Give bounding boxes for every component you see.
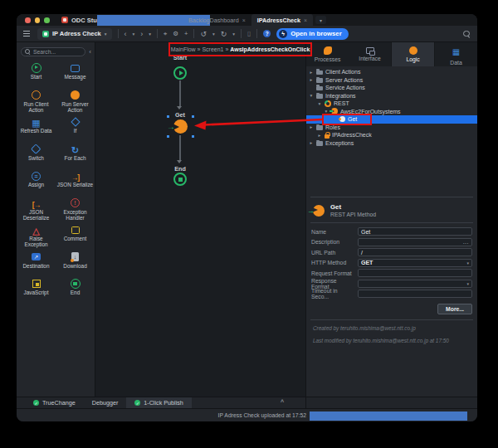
timeout-field[interactable] bbox=[358, 290, 472, 298]
toolbox-item-message[interactable]: Message bbox=[56, 62, 95, 90]
tab-debugger[interactable]: Debugger bbox=[84, 397, 127, 408]
toolbox-item-run-client-action[interactable]: Run Client Action bbox=[17, 90, 56, 117]
search-icon[interactable] bbox=[462, 30, 471, 38]
separator bbox=[118, 29, 119, 38]
http-method-select[interactable]: GET▾ bbox=[358, 259, 472, 267]
get-node[interactable]: → bbox=[173, 119, 188, 134]
zoom-window-button[interactable] bbox=[44, 17, 50, 23]
tab-processes[interactable]: Processes bbox=[306, 42, 349, 66]
chevron-up-icon[interactable]: ^ bbox=[281, 399, 284, 405]
expand-icon[interactable]: ▸ bbox=[317, 133, 322, 138]
toolbox-item-run-server-action[interactable]: Run Server Action bbox=[56, 90, 95, 117]
tree-item-awsec2foroutsystems[interactable]: ▾AwsEc2ForOutsystems bbox=[306, 108, 477, 116]
data-icon bbox=[452, 43, 460, 58]
tab-interface[interactable]: Interface bbox=[349, 42, 391, 66]
end-node[interactable] bbox=[173, 173, 187, 186]
toolbox-item-javascript[interactable]: JavaScript bbox=[17, 278, 56, 305]
gear-icon[interactable]: ⚙ bbox=[173, 30, 178, 38]
toolbox-item-destination[interactable]: Destination bbox=[17, 251, 56, 279]
collapse-icon[interactable]: ▾ bbox=[309, 93, 314, 98]
pin-icon[interactable]: ⌖ bbox=[164, 30, 167, 38]
close-tab-icon[interactable]: × bbox=[242, 17, 246, 23]
collapse-sidebar-icon[interactable]: ‹ bbox=[89, 48, 91, 56]
menu-icon[interactable] bbox=[23, 30, 32, 38]
toolbox-item-end[interactable]: End bbox=[56, 278, 95, 305]
help-icon[interactable]: ? bbox=[263, 30, 271, 37]
forward-history-dropdown[interactable]: ▾ bbox=[149, 32, 151, 37]
tree-item-ipadresscheck[interactable]: ▸IPAdressCheck bbox=[306, 131, 477, 139]
tree-item-service-actions[interactable]: Service Actions bbox=[306, 84, 477, 92]
tree-item-server-actions[interactable]: ▸Server Actions bbox=[306, 76, 477, 85]
folder-icon bbox=[316, 125, 323, 130]
tree-item-label: Get bbox=[348, 116, 357, 122]
close-window-button[interactable] bbox=[25, 17, 31, 23]
tab-data[interactable]: Data bbox=[435, 42, 477, 66]
status-bar: IP Adress Check uploaded at 17:52 bbox=[17, 408, 477, 421]
tree-item-exceptions[interactable]: ▸Exceptions bbox=[306, 139, 477, 148]
undo-history-dropdown[interactable]: ▾ bbox=[212, 32, 215, 37]
toolbox-item-comment[interactable]: Comment bbox=[56, 224, 95, 251]
toolbox-search-input[interactable]: Search... bbox=[21, 47, 85, 56]
tree-item-rest[interactable]: ▾REST bbox=[306, 100, 477, 108]
tree-item-get[interactable]: Get bbox=[306, 115, 477, 124]
doc-tab-ipadresscheck[interactable]: IPAdressCheck × bbox=[251, 14, 313, 26]
separator bbox=[157, 29, 158, 38]
url-path-field[interactable]: / bbox=[358, 248, 472, 256]
ellipsis-icon[interactable]: ... bbox=[463, 239, 469, 245]
expand-icon[interactable]: ▸ bbox=[309, 70, 314, 75]
toolbox-item-exception-handler[interactable]: Exception Handler bbox=[56, 197, 95, 225]
toolbox-item-if[interactable]: If bbox=[56, 116, 95, 144]
toolbox-item-start[interactable]: Start bbox=[17, 62, 56, 90]
tree-item-client-actions[interactable]: ▸Client Actions bbox=[306, 68, 477, 76]
flow-canvas[interactable]: MainFlow » Screen1 » AwsIpAddressCheckOn… bbox=[95, 42, 305, 397]
forward-button[interactable]: › bbox=[140, 30, 143, 38]
back-history-dropdown[interactable]: ▾ bbox=[133, 32, 135, 37]
expand-icon[interactable]: ▸ bbox=[309, 124, 314, 129]
undo-icon[interactable]: ↺ bbox=[200, 30, 207, 38]
tab-list-dropdown[interactable]: ▾ bbox=[315, 16, 326, 24]
tab-logic[interactable]: Logic bbox=[391, 42, 435, 66]
tree-item-roles[interactable]: ▸Roles bbox=[306, 124, 477, 132]
chevron-down-icon: ▾ bbox=[466, 261, 469, 265]
description-field[interactable]: ... bbox=[358, 238, 472, 246]
tab-truechange[interactable]: ✓ TrueChange bbox=[25, 397, 84, 408]
collapse-icon[interactable]: ▾ bbox=[324, 109, 329, 114]
close-tab-icon[interactable]: × bbox=[304, 17, 307, 23]
redo-history-dropdown[interactable]: ▾ bbox=[232, 32, 235, 37]
module-selector[interactable]: IP Adress Check ▾ bbox=[37, 28, 112, 40]
back-button[interactable]: ‹ bbox=[124, 30, 127, 38]
toolbox-item-download[interactable]: Download bbox=[56, 251, 95, 279]
name-field[interactable]: Get bbox=[358, 227, 472, 236]
expand-icon[interactable]: ▸ bbox=[309, 140, 314, 145]
collapse-icon[interactable]: ▾ bbox=[317, 101, 322, 106]
tab-1-click-publish[interactable]: ✓ 1-Click Publish bbox=[126, 397, 192, 408]
response-format-select[interactable]: ▾ bbox=[358, 280, 472, 288]
request-format-field[interactable] bbox=[358, 269, 472, 277]
open-in-browser-label: Open in browser bbox=[290, 30, 342, 37]
toolbox-item-refresh-data[interactable]: Refresh Data bbox=[17, 116, 56, 144]
toolbox-item-json-deserialize[interactable]: JSON Deserialize bbox=[17, 197, 56, 225]
redo-icon[interactable]: ↻ bbox=[221, 30, 227, 38]
toolbox-item-for-each[interactable]: For Each bbox=[56, 144, 95, 171]
minimize-window-button[interactable] bbox=[35, 17, 41, 23]
tree-item-label: AwsEc2ForOutsystems bbox=[340, 109, 401, 114]
doc-tab-backlogdashboard[interactable]: BacklogDashboard × bbox=[183, 14, 251, 26]
expand-icon[interactable]: ▸ bbox=[309, 77, 314, 82]
toolbox-item-assign[interactable]: Assign bbox=[17, 170, 56, 197]
selection-handle[interactable] bbox=[167, 135, 169, 138]
toolbox-item-switch[interactable]: Switch bbox=[17, 144, 56, 171]
selection-handle[interactable] bbox=[167, 115, 169, 118]
device-preview-icon[interactable]: ▯ bbox=[247, 30, 251, 38]
odc-logo-icon bbox=[61, 17, 68, 23]
selection-handle[interactable] bbox=[192, 115, 194, 118]
start-node[interactable] bbox=[173, 66, 187, 80]
selection-handle[interactable] bbox=[192, 135, 194, 138]
field-label: Request Format bbox=[311, 270, 354, 276]
plus-icon[interactable]: + bbox=[184, 30, 188, 38]
tree-item-integrations[interactable]: ▾Integrations bbox=[306, 92, 477, 100]
toolbox-item-json-serialize[interactable]: JSON Serialize bbox=[56, 170, 95, 197]
more-button[interactable]: More... bbox=[437, 304, 472, 314]
toolbox-item-raise-exception[interactable]: Raise Exception bbox=[17, 224, 56, 251]
separator bbox=[193, 29, 194, 38]
open-in-browser-button[interactable]: ϟ Open in browser bbox=[276, 28, 349, 40]
